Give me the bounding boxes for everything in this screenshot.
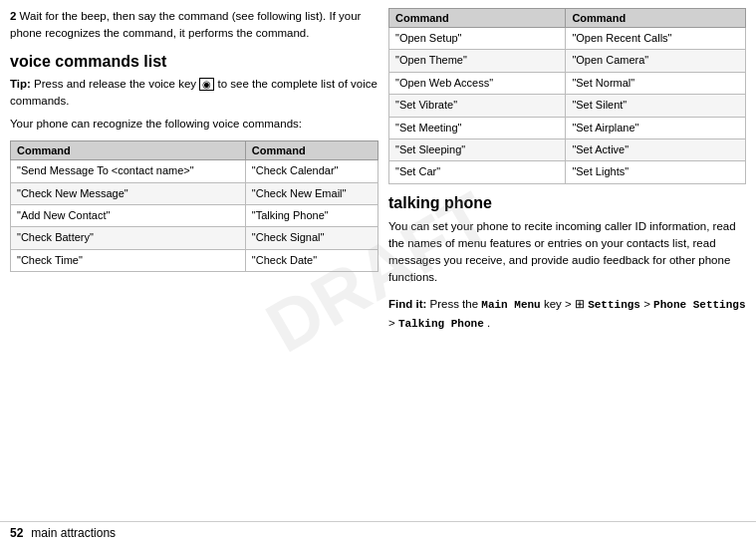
right-table-header-col1: Command [389, 9, 566, 28]
settings-icon: ⊞ [575, 298, 585, 310]
talking-phone-heading: talking phone [388, 194, 746, 212]
tip-text-body: Press and release the voice key [34, 78, 199, 90]
footer: 52 main attractions [0, 521, 756, 544]
find-it-gt: > [388, 317, 398, 329]
voice-commands-table: Command Command "Send Message To <contac… [10, 140, 378, 272]
table-cell: "Open Theme" [389, 50, 566, 72]
table-cell: "Open Setup" [389, 28, 566, 50]
tip-label: Tip: [10, 78, 31, 90]
table-cell: "Open Recent Calls" [566, 28, 746, 50]
find-it-path: > [643, 298, 653, 310]
table-cell: "Set Normal" [566, 72, 746, 94]
table-cell: "Open Web Access" [389, 72, 566, 94]
table-cell: "Set Silent" [566, 95, 746, 117]
find-it-label: Find it: [388, 298, 426, 310]
table-cell: "Check Signal" [245, 227, 378, 249]
table-cell: "Check Battery" [11, 227, 246, 249]
table-cell: "Add New Contact" [11, 205, 246, 227]
table-cell: "Set Lights" [566, 161, 746, 183]
table-cell: "Check Date" [245, 249, 378, 271]
table-cell: "Set Car" [389, 161, 566, 183]
find-it-text: Press the [430, 298, 482, 310]
tip-paragraph: Tip: Press and release the voice key ◉ t… [10, 76, 378, 111]
table-cell: "Check New Message" [11, 182, 246, 204]
table-cell: "Set Airplane" [566, 117, 746, 138]
right-commands-table: Command Command "Open Setup""Open Recent… [388, 8, 746, 184]
step-number: 2 [10, 10, 16, 22]
voice-commands-heading: voice commands list [10, 53, 378, 71]
table-cell: "Set Sleeping" [389, 138, 566, 160]
page-label: main attractions [31, 526, 116, 540]
page-number: 52 [10, 526, 23, 540]
find-it-period: . [487, 317, 490, 329]
table-cell: "Check Calendar" [245, 160, 378, 182]
main-menu-text: Main Menu [481, 299, 540, 311]
left-table-header-col1: Command [11, 141, 246, 160]
talking-phone-body: You can set your phone to recite incomin… [388, 218, 746, 287]
left-column: 2 Wait for the beep, then say the comman… [10, 8, 378, 521]
find-it-paragraph: Find it: Press the Main Menu key > ⊞ Set… [388, 295, 746, 334]
right-column: Command Command "Open Setup""Open Recent… [388, 8, 746, 521]
left-table-header-col2: Command [245, 141, 378, 160]
table-cell: "Talking Phone" [245, 205, 378, 227]
talking-phone-path: Talking Phone [398, 318, 484, 330]
table-cell: "Send Message To <contact name>" [11, 160, 246, 182]
settings-text: Settings [588, 299, 640, 311]
phone-settings-text: Phone Settings [653, 299, 745, 311]
table-cell: "Check Time" [11, 249, 246, 271]
find-it-key: key > [544, 298, 575, 310]
table-cell: "Check New Email" [245, 182, 378, 204]
right-table-header-col2: Command [566, 9, 746, 28]
table-cell: "Set Vibrate" [389, 95, 566, 117]
voice-commands-intro: Your phone can recognize the following v… [10, 116, 378, 133]
voice-key-icon: ◉ [199, 78, 214, 91]
table-cell: "Set Active" [566, 138, 746, 160]
table-cell: "Set Meeting" [389, 117, 566, 138]
table-cell: "Open Camera" [566, 50, 746, 72]
step-2-text: 2 Wait for the beep, then say the comman… [10, 8, 378, 43]
step-description: Wait for the beep, then say the command … [10, 10, 361, 39]
